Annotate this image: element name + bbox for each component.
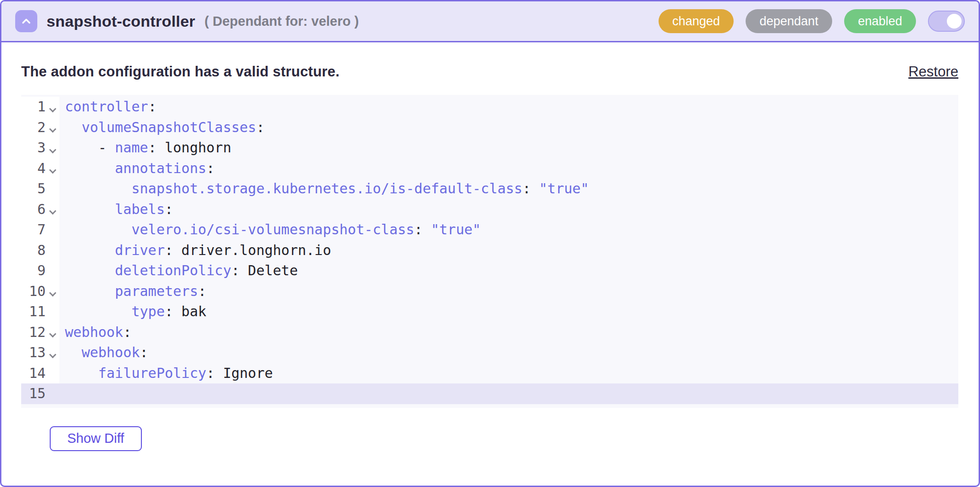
fold-toggle[interactable] (46, 97, 59, 117)
line-number: 11 (21, 301, 46, 322)
line-number: 7 (21, 220, 46, 240)
line-gutter[interactable]: 4 (21, 158, 59, 179)
editor-line[interactable]: 7 velero.io/csi-volumesnapshot-class: "t… (21, 220, 958, 240)
chevron-down-icon (49, 105, 56, 112)
fold-toggle[interactable] (46, 158, 59, 179)
line-number: 1 (21, 97, 46, 117)
line-gutter[interactable]: 3 (21, 138, 59, 158)
editor-line[interactable]: 9 deletionPolicy: Delete (21, 261, 958, 281)
code-text (59, 383, 65, 404)
code-text: controller: (59, 97, 157, 117)
editor-line[interactable]: 3 - name: longhorn (21, 138, 958, 158)
fold-spacer (46, 261, 59, 281)
code-text: parameters: (59, 281, 206, 302)
collapse-button[interactable] (15, 10, 37, 32)
editor-line[interactable]: 6 labels: (21, 199, 958, 220)
line-gutter[interactable]: 6 (21, 199, 59, 220)
editor-line[interactable]: 10 parameters: (21, 281, 958, 302)
line-number: 2 (21, 117, 46, 138)
editor-line[interactable]: 1controller: (21, 97, 958, 117)
line-number: 5 (21, 179, 46, 199)
chevron-up-icon (20, 15, 33, 28)
line-number: 8 (21, 240, 46, 261)
yaml-editor[interactable]: 1controller:2 volumeSnapshotClasses:3 - … (21, 95, 958, 408)
toggle-knob (947, 14, 962, 29)
code-text: - name: longhorn (59, 138, 231, 158)
code-text: deletionPolicy: Delete (59, 261, 298, 281)
editor-line[interactable]: 2 volumeSnapshotClasses: (21, 117, 958, 138)
line-number: 14 (21, 363, 46, 384)
editor-line[interactable]: 5 snapshot.storage.kubernetes.io/is-defa… (21, 179, 958, 199)
code-text: driver: driver.longhorn.io (59, 240, 331, 261)
editor-line[interactable]: 4 annotations: (21, 158, 958, 179)
editor-line[interactable]: 11 type: bak (21, 301, 958, 322)
code-text: labels: (59, 199, 173, 220)
code-text: annotations: (59, 158, 215, 179)
fold-spacer (46, 383, 59, 404)
chevron-down-icon (49, 330, 56, 338)
show-diff-button[interactable]: Show Diff (50, 426, 142, 451)
line-gutter[interactable]: 15 (21, 383, 59, 404)
fold-spacer (46, 220, 59, 240)
line-number: 6 (21, 199, 46, 220)
code-text: snapshot.storage.kubernetes.io/is-defaul… (59, 179, 589, 199)
code-text: type: bak (59, 301, 206, 322)
status-row: The addon configuration has a valid stru… (21, 64, 958, 80)
editor-line[interactable]: 8 driver: driver.longhorn.io (21, 240, 958, 261)
fold-spacer (46, 301, 59, 322)
fold-spacer (46, 240, 59, 261)
line-gutter[interactable]: 8 (21, 240, 59, 261)
chevron-down-icon (49, 167, 56, 174)
line-number: 9 (21, 261, 46, 281)
line-gutter[interactable]: 13 (21, 342, 59, 363)
line-gutter[interactable]: 1 (21, 97, 59, 117)
code-text: webhook: (59, 342, 148, 363)
editor-line[interactable]: 14 failurePolicy: Ignore (21, 363, 958, 384)
status-badge-dependant: dependant (746, 9, 832, 33)
status-badge-changed: changed (659, 9, 734, 33)
editor-line[interactable]: 12webhook: (21, 322, 958, 343)
code-text: velero.io/csi-volumesnapshot-class: "tru… (59, 220, 481, 240)
line-number: 13 (21, 342, 46, 363)
editor-line[interactable]: 15 (21, 383, 958, 404)
chevron-down-icon (49, 126, 56, 133)
fold-toggle[interactable] (46, 281, 59, 302)
addon-subtitle: ( Dependant for: velero ) (204, 14, 359, 29)
fold-spacer (46, 363, 59, 384)
line-gutter[interactable]: 10 (21, 281, 59, 302)
line-gutter[interactable]: 5 (21, 179, 59, 199)
addon-header: snapshot-controller ( Dependant for: vel… (1, 1, 979, 42)
enabled-toggle[interactable] (928, 11, 965, 32)
chevron-down-icon (49, 208, 56, 215)
header-badges: changed dependant enabled (659, 9, 965, 33)
fold-toggle[interactable] (46, 322, 59, 343)
restore-link[interactable]: Restore (908, 64, 958, 80)
status-badge-enabled: enabled (844, 9, 916, 33)
validation-message: The addon configuration has a valid stru… (21, 64, 339, 80)
line-number: 15 (21, 383, 46, 404)
line-number: 12 (21, 322, 46, 343)
fold-toggle[interactable] (46, 117, 59, 138)
code-text: failurePolicy: Ignore (59, 363, 273, 384)
fold-toggle[interactable] (46, 199, 59, 220)
line-gutter[interactable]: 7 (21, 220, 59, 240)
chevron-down-icon (49, 146, 56, 153)
line-gutter[interactable]: 2 (21, 117, 59, 138)
code-text: webhook: (59, 322, 132, 343)
line-gutter[interactable]: 11 (21, 301, 59, 322)
line-gutter[interactable]: 14 (21, 363, 59, 384)
addon-body: The addon configuration has a valid stru… (1, 42, 979, 486)
chevron-down-icon (49, 351, 56, 358)
fold-toggle[interactable] (46, 138, 59, 158)
addon-panel: snapshot-controller ( Dependant for: vel… (0, 0, 980, 487)
line-gutter[interactable]: 9 (21, 261, 59, 281)
addon-title: snapshot-controller (47, 12, 195, 30)
chevron-down-icon (49, 290, 56, 297)
editor-line[interactable]: 13 webhook: (21, 342, 958, 363)
line-number: 4 (21, 158, 46, 179)
line-number: 10 (21, 281, 46, 302)
line-gutter[interactable]: 12 (21, 322, 59, 343)
line-number: 3 (21, 138, 46, 158)
fold-toggle[interactable] (46, 342, 59, 363)
fold-spacer (46, 179, 59, 199)
